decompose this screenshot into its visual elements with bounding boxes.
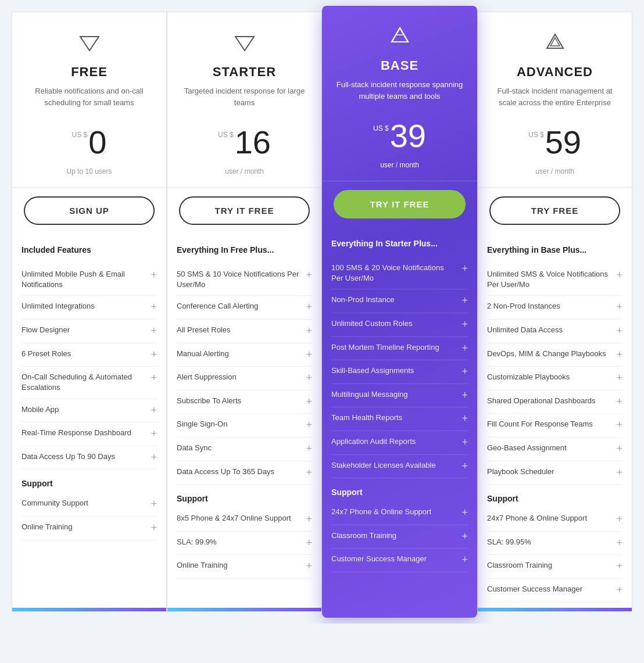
feature-expand-icon[interactable]: + [306, 443, 312, 456]
feature-expand-icon[interactable]: + [616, 419, 622, 432]
feature-item: Data Access Up To 90 Days + [22, 446, 157, 470]
feature-expand-icon[interactable]: + [616, 269, 622, 282]
feature-expand-icon[interactable]: + [616, 372, 622, 385]
plan-name-advanced: ADVANCED [489, 64, 620, 80]
support-text: Classroom Training [487, 560, 611, 571]
plan-currency-base: US $ [373, 124, 389, 132]
plan-card-starter: STARTER Targeted incident response for l… [167, 12, 322, 612]
plan-name-base: BASE [334, 58, 466, 73]
support-expand-icon[interactable]: + [461, 507, 468, 519]
plan-header-free: FREE Reliable notifications and on-call … [12, 12, 166, 188]
feature-expand-icon[interactable]: + [306, 467, 312, 479]
feature-expand-icon[interactable]: + [306, 325, 312, 338]
feature-item: Unlimited Custom Roles + [331, 313, 468, 337]
feature-expand-icon[interactable]: + [151, 349, 157, 361]
plan-header-advanced: ADVANCED Full-stack incident management … [478, 12, 632, 188]
feature-text: Non-Prod Instance [331, 295, 457, 305]
feature-item: Unlimited Mobile Push & Email Notificati… [22, 264, 157, 296]
feature-expand-icon[interactable]: + [151, 301, 157, 314]
bottom-gradient-bar [12, 608, 166, 611]
plan-price-starter: 16 [235, 126, 271, 159]
feature-item: Data Sync + [177, 438, 312, 461]
features-section-base: Everything In Starter Plus... 100 SMS & … [322, 230, 477, 618]
feature-expand-icon[interactable]: + [306, 301, 312, 314]
feature-expand-icon[interactable]: + [616, 443, 622, 456]
support-item: SLA: 99.95% + [487, 532, 622, 556]
cta-button-base[interactable]: TRY IT FREE [334, 190, 466, 218]
cta-button-starter[interactable]: TRY IT FREE [179, 196, 310, 225]
feature-expand-icon[interactable]: + [461, 460, 468, 473]
feature-expand-icon[interactable]: + [461, 342, 468, 355]
feature-text: Data Access Up To 365 Days [177, 467, 301, 477]
support-expand-icon[interactable]: + [306, 513, 312, 526]
support-item: Online Training + [177, 555, 312, 579]
plan-currency-starter: US $ [218, 131, 234, 139]
feature-text: 2 Non-Prod Instances [487, 301, 611, 311]
feature-expand-icon[interactable]: + [306, 396, 312, 408]
feature-item: Playbook Scheduler + [487, 461, 622, 485]
feature-text: Data Access Up To 90 Days [22, 451, 146, 462]
feature-expand-icon[interactable]: + [151, 269, 157, 282]
feature-expand-icon[interactable]: + [151, 372, 157, 385]
feature-expand-icon[interactable]: + [306, 419, 312, 432]
support-expand-icon[interactable]: + [306, 537, 312, 550]
feature-expand-icon[interactable]: + [151, 451, 157, 464]
feature-text: Conference Call Alerting [177, 301, 301, 311]
support-heading-advanced: Support [487, 494, 622, 503]
feature-expand-icon[interactable]: + [616, 396, 622, 408]
features-section-advanced: Everything in Base Plus... Unlimited SMS… [478, 236, 632, 611]
support-expand-icon[interactable]: + [151, 522, 157, 535]
feature-expand-icon[interactable]: + [151, 428, 157, 440]
support-expand-icon[interactable]: + [306, 560, 312, 573]
support-item: 24x7 Phone & Online Support + [331, 501, 468, 525]
feature-item: All Preset Roles + [177, 320, 312, 343]
feature-item: Fill Count For Response Teams + [487, 414, 622, 438]
support-text: Online Training [22, 522, 146, 532]
cta-button-free[interactable]: SIGN UP [24, 196, 155, 225]
plan-card-advanced: ADVANCED Full-stack incident management … [477, 12, 632, 612]
support-text: Customer Success Manager [487, 584, 611, 594]
feature-item: Data Access Up To 365 Days + [177, 461, 312, 485]
svg-marker-1 [235, 37, 254, 51]
svg-line-7 [396, 28, 400, 35]
feature-expand-icon[interactable]: + [461, 365, 468, 378]
feature-text: Subscribe To Alerts [177, 396, 301, 406]
feature-expand-icon[interactable]: + [616, 349, 622, 361]
feature-text: On-Call Scheduling & Automated Escalatio… [22, 372, 146, 393]
feature-expand-icon[interactable]: + [306, 269, 312, 282]
plan-price-label-starter: user / month [179, 167, 310, 175]
support-expand-icon[interactable]: + [616, 537, 622, 550]
feature-expand-icon[interactable]: + [306, 349, 312, 361]
support-item: SLA: 99.9% + [177, 532, 312, 556]
feature-expand-icon[interactable]: + [151, 404, 157, 417]
feature-text: 6 Preset Roles [22, 349, 146, 359]
support-expand-icon[interactable]: + [616, 513, 622, 526]
feature-text: 100 SMS & 20 Voice Notifications Per Use… [331, 263, 457, 284]
support-expand-icon[interactable]: + [461, 531, 468, 543]
feature-expand-icon[interactable]: + [461, 263, 468, 275]
feature-text: Fill Count For Response Teams [487, 419, 611, 429]
support-expand-icon[interactable]: + [461, 554, 468, 567]
feature-expand-icon[interactable]: + [151, 325, 157, 338]
feature-item: Single Sign-On + [177, 414, 312, 438]
feature-expand-icon[interactable]: + [461, 295, 468, 307]
plan-price-label-base: user / month [334, 161, 466, 169]
feature-expand-icon[interactable]: + [461, 413, 468, 425]
feature-expand-icon[interactable]: + [616, 325, 622, 338]
feature-expand-icon[interactable]: + [461, 436, 468, 449]
feature-expand-icon[interactable]: + [306, 372, 312, 385]
plan-card-free: FREE Reliable notifications and on-call … [12, 12, 167, 612]
support-expand-icon[interactable]: + [151, 498, 157, 511]
plan-description-base: Full-stack incident response spanning mu… [334, 79, 466, 108]
plan-name-free: FREE [24, 64, 155, 80]
feature-text: Stakeholder Licenses Available [331, 460, 457, 471]
feature-expand-icon[interactable]: + [461, 389, 468, 402]
support-expand-icon[interactable]: + [616, 584, 622, 597]
feature-item: 6 Preset Roles + [22, 343, 157, 367]
feature-text: DevOps, MIM & Change Playbooks [487, 349, 611, 359]
feature-expand-icon[interactable]: + [616, 301, 622, 314]
feature-expand-icon[interactable]: + [461, 318, 468, 331]
feature-expand-icon[interactable]: + [616, 467, 622, 479]
support-expand-icon[interactable]: + [616, 560, 622, 573]
cta-button-advanced[interactable]: TRY FREE [489, 196, 620, 225]
